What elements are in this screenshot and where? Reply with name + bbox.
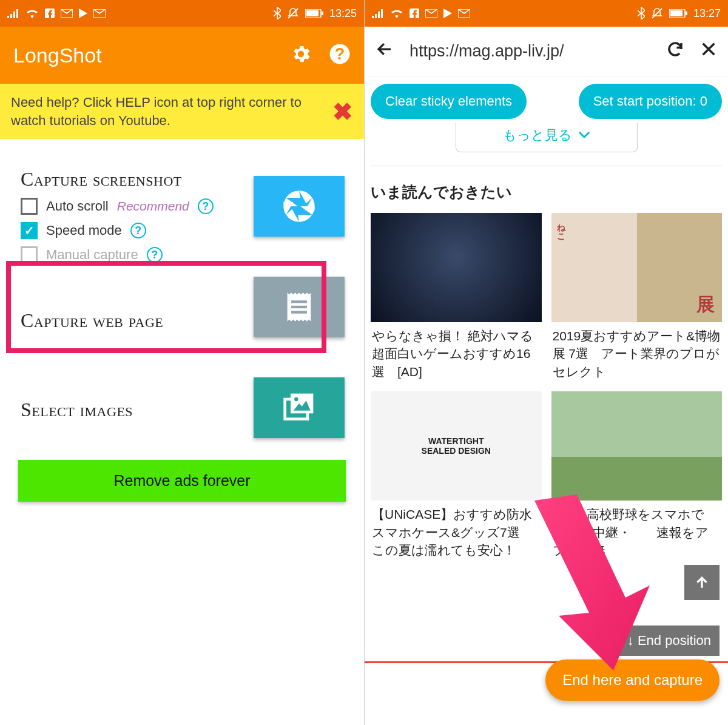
bluetooth-icon — [274, 7, 281, 19]
svg-rect-31 — [686, 12, 687, 15]
select-images-button[interactable] — [254, 377, 345, 438]
article-title: やらなきゃ損！ 絶対ハマる超面白いゲームおすすめ16選 [AD] — [371, 322, 542, 380]
app-bar: LongShot ? — [0, 27, 364, 84]
right-phone: 13:27 https://mag.app-liv.jp/ Clear stic… — [364, 0, 728, 725]
option-manual-capture-label: Manual capture — [46, 247, 138, 263]
mute-icon — [651, 7, 663, 19]
set-start-position-label: Set start position: 0 — [593, 93, 707, 109]
article-title: 019】高校野球をスマホで ライブ中継・ 速報をアプリで無 — [551, 501, 723, 559]
capture-web-page-button[interactable] — [254, 277, 345, 337]
set-start-position-button[interactable]: Set start position: 0 — [579, 84, 722, 119]
status-bar-r: 13:27 — [365, 0, 728, 27]
article-card[interactable]: やらなきゃ損！ 絶対ハマる超面白いゲームおすすめ16選 [AD] — [371, 213, 542, 380]
play-icon — [79, 8, 87, 18]
checkbox-auto-scroll[interactable] — [21, 198, 38, 215]
thumb-text-1: WATERTIGHT — [428, 436, 484, 446]
option-manual-capture: Manual capture ? — [0, 243, 364, 267]
svg-rect-9 — [306, 10, 318, 16]
svg-rect-16 — [291, 311, 307, 313]
mail2-icon — [458, 9, 470, 18]
bluetooth-icon — [638, 7, 645, 19]
close-icon[interactable]: ✖ — [332, 95, 353, 128]
clear-sticky-label: Clear sticky elements — [385, 93, 512, 109]
mail-icon — [425, 9, 437, 18]
svg-rect-22 — [375, 14, 377, 18]
mute-icon — [287, 7, 299, 19]
option-speed-mode-label: Speed mode — [46, 223, 122, 238]
browser-nav-bar: https://mag.app-liv.jp/ — [365, 27, 728, 76]
url-text[interactable]: https://mag.app-liv.jp/ — [410, 42, 650, 61]
svg-rect-14 — [291, 300, 307, 303]
svg-rect-15 — [291, 306, 307, 308]
status-icons-left — [7, 8, 106, 18]
end-position-label[interactable]: ↓ End position — [619, 626, 720, 656]
option-auto-scroll-label: Auto scroll — [46, 198, 109, 214]
status-icons-right: 13:25 — [274, 7, 357, 20]
signal-icon — [372, 8, 384, 18]
svg-rect-10 — [322, 12, 323, 15]
thumb-text-2: SEALED DESIGN — [422, 446, 491, 456]
mail-icon — [61, 9, 73, 18]
recommend-label: Recommend — [117, 199, 189, 214]
checkbox-speed-mode[interactable] — [21, 222, 38, 239]
play-icon — [443, 8, 452, 18]
clock-text-r: 13:27 — [693, 7, 721, 20]
receipt-icon — [283, 290, 315, 324]
article-card[interactable]: ねこ 展 2019夏おすすめアート&博物展 7選 アート業界のプロがセレクト — [551, 213, 723, 380]
battery-icon — [305, 9, 323, 18]
gallery-icon — [282, 391, 316, 425]
svg-rect-24 — [381, 9, 383, 18]
signal-icon — [7, 8, 19, 18]
settings-icon[interactable] — [290, 43, 312, 67]
facebook-icon — [410, 8, 419, 18]
battery-icon — [669, 9, 687, 18]
svg-rect-0 — [7, 16, 9, 18]
end-here-and-capture-label: End here and capture — [562, 672, 703, 688]
remove-ads-button[interactable]: Remove ads forever — [18, 460, 346, 502]
end-here-and-capture-button[interactable]: End here and capture — [545, 659, 720, 701]
capture-controls-row: Clear sticky elements Set start position… — [365, 76, 728, 123]
help-auto-scroll-icon[interactable]: ? — [198, 198, 214, 214]
article-card[interactable]: WATERTIGHT SEALED DESIGN 【UNiCASE】おすすめ防水… — [371, 391, 542, 559]
scroll-to-top-button[interactable] — [684, 565, 720, 600]
svg-text:?: ? — [335, 45, 345, 63]
shutter-icon — [282, 189, 316, 223]
more-button[interactable]: もっと見る — [456, 123, 638, 152]
arrow-up-icon — [694, 575, 710, 590]
article-thumbnail: WATERTIGHT SEALED DESIGN — [371, 391, 542, 501]
article-title: 2019夏おすすめアート&博物展 7選 アート業界のプロがセレクト — [551, 322, 723, 380]
mail2-icon — [93, 9, 106, 18]
help-icon[interactable]: ? — [329, 43, 351, 67]
chevron-down-icon — [578, 131, 590, 140]
article-grid: やらなきゃ損！ 絶対ハマる超面白いゲームおすすめ16選 [AD] ねこ 展 20… — [365, 213, 728, 559]
end-position-group: ↓ End position — [619, 565, 720, 656]
svg-rect-2 — [13, 12, 15, 18]
help-banner: Need help? Click HELP icon at top right … — [0, 84, 364, 139]
help-banner-text: Need help? Click HELP icon at top right … — [11, 93, 332, 129]
app-title: LongShot — [13, 44, 273, 67]
end-position-text: ↓ End position — [627, 633, 711, 648]
status-icons-right-r: 13:27 — [638, 7, 721, 20]
svg-rect-3 — [16, 9, 18, 18]
article-thumbnail: ねこ 展 — [551, 213, 723, 322]
svg-rect-30 — [670, 10, 682, 16]
svg-rect-1 — [10, 14, 12, 18]
svg-rect-21 — [372, 16, 374, 18]
article-thumbnail — [371, 213, 542, 322]
back-icon[interactable] — [376, 40, 394, 62]
svg-rect-23 — [378, 12, 380, 18]
checkbox-manual-capture — [21, 246, 38, 263]
more-label: もっと見る — [503, 126, 572, 144]
close-icon[interactable] — [700, 41, 717, 62]
reload-icon[interactable] — [666, 40, 684, 62]
help-speed-mode-icon[interactable]: ? — [130, 223, 146, 238]
remove-ads-label: Remove ads forever — [113, 472, 250, 489]
status-bar: 13:25 — [0, 0, 364, 27]
status-icons-left-r — [372, 8, 470, 18]
help-manual-capture-icon[interactable]: ? — [147, 247, 163, 263]
article-card[interactable]: 019】高校野球をスマホで ライブ中継・ 速報をアプリで無 — [551, 391, 723, 559]
capture-screenshot-button[interactable] — [254, 176, 345, 237]
wifi-icon — [25, 8, 39, 18]
svg-point-20 — [294, 397, 298, 402]
clear-sticky-button[interactable]: Clear sticky elements — [371, 84, 527, 119]
